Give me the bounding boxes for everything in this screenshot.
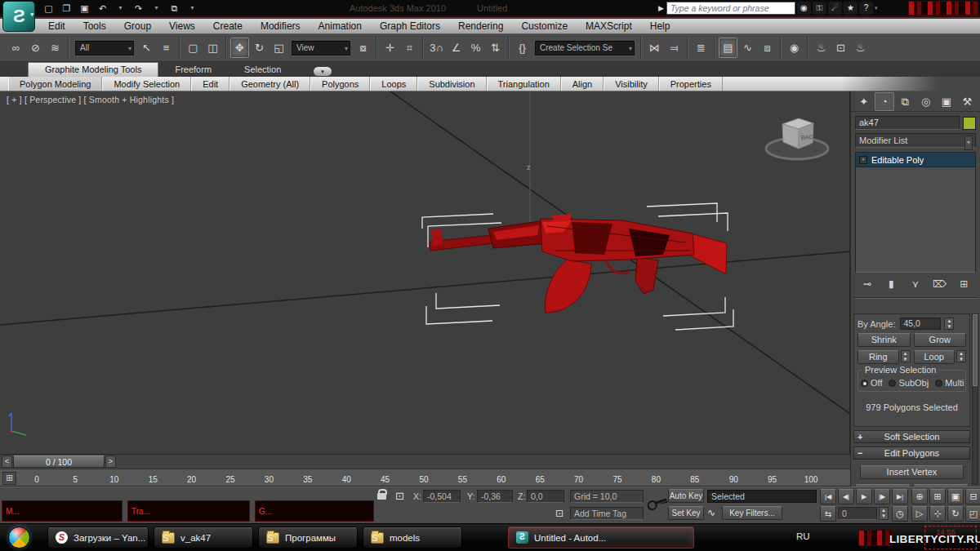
- search-icon[interactable]: ◉: [797, 2, 811, 15]
- ribbon-tab[interactable]: Graphite Modeling Tools: [28, 62, 158, 77]
- add-time-tag[interactable]: Add Time Tag: [570, 507, 644, 520]
- ring-spinner[interactable]: ▲▼: [901, 350, 911, 362]
- perspective-viewport[interactable]: z: [0, 91, 850, 454]
- snap-toggle-3d-icon[interactable]: 3∩: [427, 38, 446, 58]
- soft-selection-rollout-header[interactable]: +Soft Selection: [853, 430, 970, 443]
- key-mode-toggle-icon[interactable]: ⇆: [820, 506, 836, 522]
- loop-button[interactable]: Loop: [914, 350, 956, 364]
- tab-modify[interactable]: ◔: [875, 92, 893, 111]
- subscription-key-icon[interactable]: ⚿: [813, 2, 826, 15]
- loop-spinner[interactable]: ▲▼: [956, 350, 966, 362]
- material-editor-icon[interactable]: ◉: [785, 38, 804, 58]
- tab-display[interactable]: ▣: [937, 92, 956, 111]
- object-color-swatch[interactable]: [963, 117, 976, 130]
- schematic-view-icon[interactable]: ⧈: [758, 38, 777, 58]
- previous-frame-arrow[interactable]: <: [2, 455, 12, 468]
- redo-caret-icon[interactable]: ▾: [149, 2, 164, 15]
- menu-item[interactable]: Modifiers: [252, 19, 310, 33]
- menu-item[interactable]: Graph Editors: [371, 19, 449, 33]
- time-configuration-icon[interactable]: ◷: [892, 506, 908, 522]
- align-icon[interactable]: ⫤: [665, 38, 684, 58]
- taskbar-item[interactable]: Sv_ak47: [154, 527, 253, 549]
- object-name-field[interactable]: ak47: [855, 116, 960, 130]
- use-pivot-center-icon[interactable]: ⧇: [354, 38, 372, 58]
- field-of-view-icon[interactable]: ▷: [911, 506, 928, 522]
- y-coordinate-field[interactable]: -0,36: [477, 490, 513, 503]
- pin-stack-icon[interactable]: ⊸: [858, 278, 876, 290]
- corrupted-mini-window[interactable]: Tra...: [127, 500, 250, 522]
- ribbon-subtab[interactable]: Triangulation: [487, 77, 561, 91]
- window-crossing-icon[interactable]: ◫: [203, 38, 222, 58]
- key-filters-button[interactable]: Key Filters...: [722, 506, 782, 520]
- x-coordinate-field[interactable]: -0,504: [423, 490, 461, 503]
- selection-set-key-dropdown[interactable]: Selected: [707, 490, 817, 503]
- menu-item[interactable]: Customize: [512, 19, 577, 33]
- ribbon-tab[interactable]: Freeform: [158, 63, 228, 77]
- selection-lock-icon[interactable]: [377, 493, 386, 500]
- ribbon-subtab[interactable]: Properties: [659, 77, 723, 91]
- menu-item[interactable]: MAXScript: [577, 19, 641, 33]
- keyboard-override-icon[interactable]: ⌗: [400, 38, 419, 58]
- set-keys-icon[interactable]: [647, 499, 668, 507]
- select-and-move-icon[interactable]: ✥: [230, 38, 249, 58]
- corrupted-mini-window[interactable]: M...: [2, 500, 122, 522]
- taskbar-item[interactable]: SUntitled - Autod...: [508, 527, 694, 549]
- render-production-icon[interactable]: ♨: [851, 38, 870, 58]
- play-icon[interactable]: ▶: [856, 489, 872, 504]
- menu-item[interactable]: Animation: [310, 19, 371, 33]
- previous-frame-icon[interactable]: ◀|: [838, 489, 854, 504]
- viewcube[interactable]: BACK: [763, 106, 831, 165]
- by-angle-value[interactable]: 45,0: [900, 318, 941, 330]
- ribbon-subtab[interactable]: Modify Selection: [102, 77, 191, 91]
- grow-button[interactable]: Grow: [914, 333, 967, 347]
- open-file-icon[interactable]: ❐: [59, 2, 74, 15]
- application-button[interactable]: S▾: [2, 1, 35, 32]
- current-frame-field[interactable]: 0: [838, 507, 877, 520]
- taskbar-item[interactable]: SЗагрузки – Yan...: [47, 527, 149, 549]
- viewport-label[interactable]: [ + ] [ Perspective ] [ Smooth + Highlig…: [7, 95, 174, 104]
- tab-hierarchy[interactable]: ⧉: [896, 92, 915, 111]
- named-selection-sets-icon[interactable]: {}: [513, 38, 532, 58]
- stack-item-editable-poly[interactable]: + Editable Poly: [856, 153, 975, 167]
- go-to-end-icon[interactable]: ▶|: [892, 489, 908, 504]
- absolute-mode-icon[interactable]: ⊡: [395, 490, 404, 502]
- communication-center-icon[interactable]: ☄: [828, 2, 842, 15]
- graphite-ribbon-toggle-icon[interactable]: ▤: [719, 38, 737, 58]
- orbit-icon[interactable]: ↻: [947, 506, 964, 522]
- ribbon-subtab[interactable]: Loops: [370, 77, 417, 91]
- bind-to-space-warp-icon[interactable]: ≋: [46, 38, 65, 58]
- set-key-button[interactable]: Set Key: [668, 506, 704, 520]
- track-bar[interactable]: ⊞ 05101520253035404550556065707580859095…: [0, 469, 850, 487]
- ribbon-subtab[interactable]: Polygons: [310, 77, 370, 91]
- stack-expand-icon[interactable]: +: [859, 156, 867, 164]
- selection-set-dropdown[interactable]: Create Selection Se: [535, 41, 635, 56]
- shrink-button[interactable]: Shrink: [858, 333, 911, 347]
- taskbar-item[interactable]: SПрограммы: [258, 527, 358, 549]
- mini-curve-editor-icon[interactable]: ⊞: [2, 472, 16, 485]
- preview-radio[interactable]: Off: [861, 378, 882, 388]
- window-controls-corrupted[interactable]: [909, 2, 978, 15]
- preview-radio[interactable]: SubObj: [889, 378, 929, 388]
- select-and-link-icon[interactable]: ∞: [7, 38, 25, 58]
- menu-item[interactable]: Group: [115, 19, 160, 33]
- zoom-extents-all-icon[interactable]: ⊟: [965, 489, 980, 504]
- edit-polygons-rollout-header[interactable]: −Edit Polygons: [853, 447, 970, 460]
- maximize-viewport-icon[interactable]: ◰: [965, 506, 980, 522]
- ribbon-subtab[interactable]: Align: [561, 77, 604, 91]
- favorites-star-icon[interactable]: ★: [844, 2, 858, 15]
- select-object-icon[interactable]: ↖: [137, 38, 156, 58]
- menu-item[interactable]: Edit: [39, 19, 74, 33]
- project-folder-icon[interactable]: ⧉: [167, 2, 182, 15]
- new-file-icon[interactable]: ▢: [41, 2, 56, 15]
- frame-spinner[interactable]: ▲▼: [879, 507, 889, 520]
- configure-modifier-sets-icon[interactable]: ⊞: [955, 278, 973, 290]
- infocenter-caret-icon[interactable]: ▾: [875, 5, 878, 11]
- rendered-frame-icon[interactable]: ⊡: [831, 38, 850, 58]
- undo-caret-icon[interactable]: ▾: [113, 2, 128, 15]
- next-frame-arrow[interactable]: >: [105, 455, 116, 468]
- default-in-out-tangent-icon[interactable]: ∿: [707, 507, 715, 518]
- zoom-extents-icon[interactable]: ▣: [947, 489, 964, 504]
- isolate-selection-icon[interactable]: ⊡: [555, 508, 564, 519]
- unlink-selection-icon[interactable]: ⊘: [26, 38, 45, 58]
- corrupted-mini-window[interactable]: G...: [255, 500, 374, 522]
